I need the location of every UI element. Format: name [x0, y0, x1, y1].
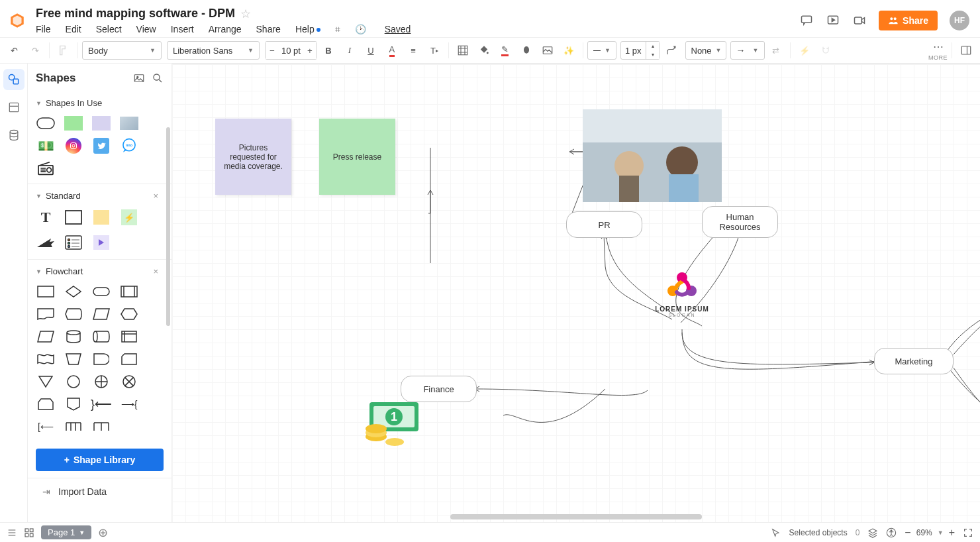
- font-family-dropdown[interactable]: Liberation Sans▼: [167, 41, 260, 60]
- center-logo[interactable]: LOREM IPSUM SLOGAN: [646, 268, 718, 317]
- shadow-drop-button[interactable]: [516, 40, 536, 60]
- shape-sticky-green[interactable]: [62, 115, 85, 132]
- magnet-snap-button[interactable]: [816, 40, 836, 60]
- shape-action-bolt[interactable]: ⚡: [118, 207, 140, 227]
- swap-arrows-button[interactable]: ⇄: [766, 40, 786, 60]
- sticky-note-pictures[interactable]: Pictures requested for media coverage.: [215, 119, 291, 195]
- panels-toggle-button[interactable]: [956, 40, 976, 60]
- canvas-h-scrollbar[interactable]: [450, 514, 702, 519]
- shape-instagram-icon[interactable]: [62, 137, 85, 154]
- shape-sticky-purple[interactable]: [90, 115, 113, 132]
- node-hr[interactable]: Human Resources: [702, 206, 778, 238]
- fc-manual-op[interactable]: [62, 351, 85, 368]
- sidebar-scrollbar[interactable]: [166, 127, 170, 326]
- add-page-button[interactable]: ⊕: [98, 525, 108, 540]
- fc-stored-data[interactable]: [90, 328, 113, 345]
- fc-connector[interactable]: [62, 373, 85, 390]
- rail-layers-button[interactable]: [3, 125, 24, 146]
- shape-rounded-rect[interactable]: [34, 115, 57, 132]
- favorite-star-icon[interactable]: ☆: [240, 7, 251, 21]
- canvas-viewport[interactable]: Pictures requested for media coverage. P…: [172, 64, 980, 522]
- fc-database[interactable]: [62, 328, 85, 345]
- menu-view[interactable]: View: [136, 24, 156, 34]
- fc-display[interactable]: [62, 305, 85, 323]
- user-avatar[interactable]: HF: [950, 11, 969, 30]
- fc-predefined[interactable]: [118, 283, 140, 300]
- shape-listbox[interactable]: [62, 233, 85, 252]
- shape-radio-icon[interactable]: [34, 160, 57, 177]
- text-style-dropdown[interactable]: Body▼: [82, 41, 162, 60]
- line-width-stepper[interactable]: 1 px ▴▾: [620, 41, 660, 60]
- zoom-value[interactable]: 69%: [916, 528, 932, 537]
- fullscreen-icon[interactable]: [963, 527, 973, 538]
- line-style-dropdown[interactable]: ▼: [587, 41, 616, 60]
- video-camera-icon[interactable]: [852, 13, 867, 28]
- node-marketing[interactable]: Marketing: [874, 348, 954, 374]
- fc-loop-limit[interactable]: [34, 396, 57, 413]
- font-size-stepper[interactable]: − 10 pt +: [265, 41, 317, 60]
- menu-select[interactable]: Select: [96, 24, 122, 34]
- line-width-value[interactable]: 1 px: [621, 46, 646, 56]
- redo-button[interactable]: ↷: [25, 40, 45, 60]
- shape-money-icon[interactable]: 💵: [34, 137, 57, 154]
- accessibility-icon[interactable]: [886, 527, 897, 538]
- fc-note[interactable]: [⟵: [34, 418, 57, 435]
- font-size-value[interactable]: 10 pt: [279, 46, 303, 56]
- share-button[interactable]: Share: [879, 11, 938, 30]
- arrow-end-dropdown[interactable]: →▼: [730, 41, 765, 60]
- rail-shapes-button[interactable]: [3, 69, 24, 90]
- import-data-button[interactable]: Import Data: [28, 478, 172, 506]
- image-options-button[interactable]: [538, 40, 558, 60]
- section-standard[interactable]: ▼Standard×: [28, 184, 172, 205]
- italic-button[interactable]: I: [340, 40, 360, 60]
- format-painter-button[interactable]: [54, 40, 74, 60]
- shape-block[interactable]: [62, 207, 85, 227]
- zoom-in-button[interactable]: +: [949, 527, 955, 539]
- node-pr[interactable]: PR: [566, 211, 642, 238]
- money-graphic[interactable]: 1: [358, 396, 424, 449]
- fc-terminator[interactable]: [90, 283, 113, 300]
- rail-data-button[interactable]: [3, 97, 24, 118]
- fc-or[interactable]: [118, 373, 140, 390]
- image-library-icon[interactable]: [133, 72, 145, 84]
- close-section-icon-2[interactable]: ×: [153, 266, 164, 276]
- nav-grid-icon[interactable]: [24, 527, 34, 538]
- fc-merge[interactable]: [34, 373, 57, 390]
- shape-arrow[interactable]: [34, 233, 57, 252]
- fc-table-partial2[interactable]: [90, 418, 113, 435]
- fc-card[interactable]: [118, 351, 140, 368]
- fc-document[interactable]: [34, 305, 57, 323]
- line-routing-button[interactable]: [662, 40, 681, 60]
- zoom-out-button[interactable]: −: [905, 527, 910, 539]
- line-width-up[interactable]: ▴: [646, 42, 660, 50]
- document-title[interactable]: Free mind mapping software - DPM: [36, 7, 235, 21]
- fc-off-page[interactable]: [62, 396, 85, 413]
- fc-process[interactable]: [34, 283, 57, 300]
- integrations-icon[interactable]: ⌗: [335, 24, 340, 35]
- shape-library-button[interactable]: + Shape Library: [36, 449, 164, 471]
- shape-text[interactable]: T: [34, 207, 57, 227]
- more-tools-button[interactable]: ⋯ MORE: [928, 40, 948, 61]
- shape-play-button[interactable]: [90, 233, 113, 252]
- sticky-note-press[interactable]: Press release: [319, 119, 395, 195]
- menu-insert[interactable]: Insert: [171, 24, 194, 34]
- shape-sticky-note[interactable]: [90, 207, 113, 227]
- menu-help[interactable]: Help: [295, 24, 320, 34]
- fc-brace-right[interactable]: }⟵: [90, 396, 113, 413]
- fill-color-button[interactable]: [474, 40, 494, 60]
- text-align-button[interactable]: ≡: [403, 40, 423, 60]
- magic-wand-button[interactable]: ✨: [559, 40, 579, 60]
- fc-decision[interactable]: [62, 283, 85, 300]
- fc-tape[interactable]: [34, 351, 57, 368]
- menu-edit[interactable]: Edit: [66, 24, 81, 34]
- layout-frame-button[interactable]: [453, 40, 473, 60]
- bold-button[interactable]: B: [318, 40, 338, 60]
- fc-parallelogram[interactable]: [34, 328, 57, 345]
- shape-twitter-icon[interactable]: [90, 137, 113, 154]
- close-section-icon[interactable]: ×: [153, 191, 164, 201]
- fc-sum-junction[interactable]: [90, 373, 113, 390]
- arrow-start-dropdown[interactable]: None▼: [685, 41, 726, 60]
- menu-arrange[interactable]: Arrange: [209, 24, 242, 34]
- section-shapes-in-use[interactable]: ▼Shapes In Use: [28, 91, 172, 112]
- hr-photo[interactable]: [583, 109, 722, 202]
